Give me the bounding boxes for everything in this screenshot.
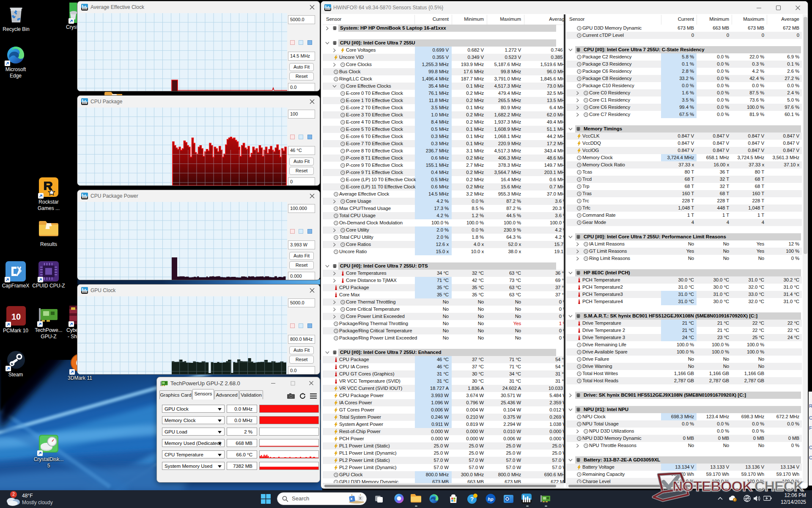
svg-text:hp: hp — [488, 497, 494, 502]
svg-text:10: 10 — [11, 312, 21, 321]
svg-text:?: ? — [470, 496, 474, 502]
